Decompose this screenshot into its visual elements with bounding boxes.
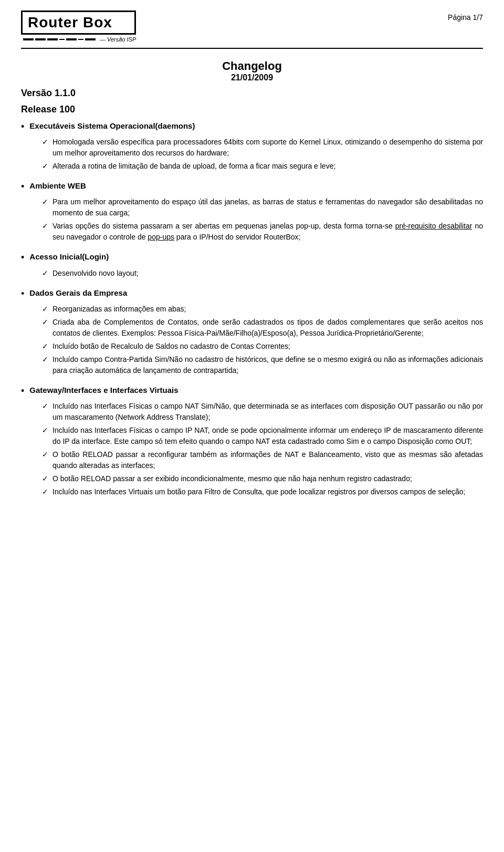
doc-date: 21/01/2009 xyxy=(21,73,483,82)
item-text: Incluído nas Interfaces Físicas o campo … xyxy=(52,401,483,423)
section-gateway-interfaces-list: ✓ Incluído nas Interfaces Físicas o camp… xyxy=(42,401,483,497)
section-gateway-interfaces-title: Gateway/Interfaces e Interfaces Virtuais xyxy=(29,385,178,397)
check-icon: ✓ xyxy=(42,401,48,412)
logo-dash-1 xyxy=(59,39,65,40)
logo-line-3 xyxy=(47,38,58,40)
check-icon: ✓ xyxy=(42,196,48,207)
page-header: Router Box — Versão ISP Página 1/7 xyxy=(21,11,483,49)
item-text: Alterada a rotina de limitação de banda … xyxy=(52,161,483,172)
check-icon: ✓ xyxy=(42,354,48,365)
list-item: ✓ Incluído nas Interfaces Virtuais um bo… xyxy=(42,486,483,497)
item-text: Incluído campo Contra-Partida Sim/Não no… xyxy=(52,354,483,376)
section-dados-gerais-title: Dados Gerais da Empresa xyxy=(29,287,127,299)
logo-dash-2 xyxy=(78,39,83,40)
item-text: Desenvolvido novo layout; xyxy=(52,268,483,279)
section-dados-gerais: • Dados Gerais da Empresa ✓ Reorganizada… xyxy=(21,287,483,376)
list-item: ✓ O botão RELOAD passar a ser exibido in… xyxy=(42,473,483,484)
bullet-executaveis: • xyxy=(21,120,24,133)
doc-title-area: Changelog 21/01/2009 xyxy=(21,59,483,82)
list-item: ✓ Incluído nas Interfaces Físicas o camp… xyxy=(42,401,483,423)
version-title: Versão 1.1.0 xyxy=(21,88,483,99)
section-ambiente-web: • Ambiente WEB ✓ Para um melhor aproveit… xyxy=(21,180,483,243)
list-item: ✓ Varias opções do sistema passaram a se… xyxy=(42,221,483,243)
item-text: Incluído botão de Recalculo de Saldos no… xyxy=(52,341,483,352)
section-acesso-inicial-list: ✓ Desenvolvido novo layout; xyxy=(42,268,483,279)
check-icon: ✓ xyxy=(42,449,48,460)
logo-line-4 xyxy=(66,38,77,40)
list-item: ✓ Incluído botão de Recalculo de Saldos … xyxy=(42,341,483,352)
version-subtitle: Release 100 xyxy=(21,104,483,115)
list-item: ✓ Incluído nas Interfaces Físicas o camp… xyxy=(42,425,483,447)
underline-text: pré-requisito desabilitar xyxy=(395,222,472,230)
list-item: ✓ Desenvolvido novo layout; xyxy=(42,268,483,279)
bullet-dados-gerais: • xyxy=(21,287,24,300)
logo-line-2 xyxy=(35,38,46,40)
item-text: Incluído nas Interfaces Físicas o campo … xyxy=(52,425,483,447)
logo-line-1 xyxy=(23,38,34,40)
logo-line-5 xyxy=(85,38,96,40)
content-body: • Executáveis Sistema Operacional(daemon… xyxy=(21,120,483,497)
list-item: ✓ Homologada versão específica para proc… xyxy=(42,137,483,159)
list-item: ✓ Alterada a rotina de limitação de band… xyxy=(42,161,483,172)
check-icon: ✓ xyxy=(42,221,48,232)
logo-text: Router Box xyxy=(21,11,136,35)
section-acesso-inicial-header: • Acesso Inicial(Login) xyxy=(21,251,483,264)
item-text: Varias opções do sistema passaram a ser … xyxy=(52,221,483,243)
item-text: Incluído nas Interfaces Virtuais um botã… xyxy=(52,486,483,497)
bullet-acesso-inicial: • xyxy=(21,251,24,264)
underline-text-2: pop-ups xyxy=(148,233,174,241)
check-icon: ✓ xyxy=(42,161,48,172)
section-executaveis: • Executáveis Sistema Operacional(daemon… xyxy=(21,120,483,172)
item-text: Criada aba de Complementos de Contatos, … xyxy=(52,317,483,339)
section-executaveis-header: • Executáveis Sistema Operacional(daemon… xyxy=(21,120,483,133)
doc-title: Changelog xyxy=(21,59,483,73)
list-item: ✓ Incluído campo Contra-Partida Sim/Não … xyxy=(42,354,483,376)
section-executaveis-title: Executáveis Sistema Operacional(daemons) xyxy=(29,120,195,132)
check-icon: ✓ xyxy=(42,425,48,436)
check-icon: ✓ xyxy=(42,137,48,148)
page-container: Router Box — Versão ISP Página 1/7 Chang… xyxy=(0,0,504,852)
item-text: O botão RELOAD passar a reconfigurar tam… xyxy=(52,449,483,471)
section-gateway-interfaces: • Gateway/Interfaces e Interfaces Virtua… xyxy=(21,385,483,497)
list-item: ✓ Reorganizadas as informações em abas; xyxy=(42,304,483,315)
check-icon: ✓ xyxy=(42,317,48,328)
version-block: Versão 1.1.0 Release 100 xyxy=(21,88,483,115)
item-text: Homologada versão específica para proces… xyxy=(52,137,483,159)
section-ambiente-web-title: Ambiente WEB xyxy=(29,180,86,192)
section-ambiente-web-header: • Ambiente WEB xyxy=(21,180,483,193)
bullet-ambiente-web: • xyxy=(21,180,24,193)
item-text: Para um melhor aproveitamento do espaço … xyxy=(52,196,483,219)
list-item: ✓ Para um melhor aproveitamento do espaç… xyxy=(42,196,483,219)
item-text: O botão RELOAD passar a ser exibido inco… xyxy=(52,473,483,484)
check-icon: ✓ xyxy=(42,341,48,352)
section-acesso-inicial-title: Acesso Inicial(Login) xyxy=(29,251,109,263)
section-dados-gerais-list: ✓ Reorganizadas as informações em abas; … xyxy=(42,304,483,376)
list-item: ✓ O botão RELOAD passar a reconfigurar t… xyxy=(42,449,483,471)
logo-version: — Versão ISP xyxy=(100,36,136,43)
bullet-gateway-interfaces: • xyxy=(21,385,24,398)
logo-area: Router Box — Versão ISP xyxy=(21,11,136,43)
page-number: Página 1/7 xyxy=(448,11,483,22)
list-item: ✓ Criada aba de Complementos de Contatos… xyxy=(42,317,483,339)
check-icon: ✓ xyxy=(42,304,48,315)
section-gateway-interfaces-header: • Gateway/Interfaces e Interfaces Virtua… xyxy=(21,385,483,398)
section-executaveis-list: ✓ Homologada versão específica para proc… xyxy=(42,137,483,172)
item-text: Reorganizadas as informações em abas; xyxy=(52,304,483,315)
check-icon: ✓ xyxy=(42,486,48,497)
check-icon: ✓ xyxy=(42,473,48,484)
section-ambiente-web-list: ✓ Para um melhor aproveitamento do espaç… xyxy=(42,196,483,243)
check-icon: ✓ xyxy=(42,268,48,279)
logo-lines: — Versão ISP xyxy=(21,36,136,43)
section-dados-gerais-header: • Dados Gerais da Empresa xyxy=(21,287,483,300)
section-acesso-inicial: • Acesso Inicial(Login) ✓ Desenvolvido n… xyxy=(21,251,483,278)
